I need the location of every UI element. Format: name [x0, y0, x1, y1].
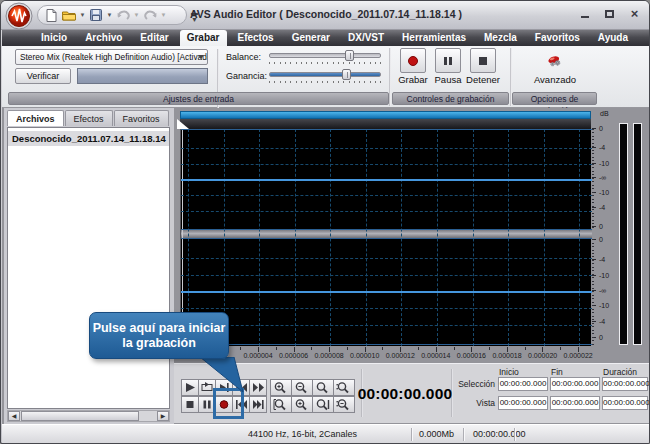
- waveform-hgridline: [181, 164, 592, 165]
- waveform-silence-line: [181, 179, 592, 181]
- db-label: -4: [599, 144, 605, 151]
- db-label: -∞: [599, 287, 606, 294]
- advanced-button[interactable]: [541, 48, 569, 73]
- window-title: AVS Audio Editor ( Desconocido_2011.07.1…: [1, 8, 650, 20]
- gain-slider-track[interactable]: [269, 72, 381, 77]
- zoom-cursor-button[interactable]: [312, 396, 334, 413]
- stop-icon: [478, 56, 488, 66]
- selection-field[interactable]: 00:00:00.000: [602, 377, 648, 391]
- verify-button[interactable]: Verificar: [15, 68, 71, 84]
- selection-row-label-vista: Vista: [447, 398, 495, 408]
- zoom-out-icon: [294, 381, 310, 394]
- selection-field[interactable]: 00:00:00.000: [550, 377, 600, 391]
- status-bar: 44100 Hz, 16-bit, 2Canales 0.000Mb 00:00…: [2, 424, 650, 444]
- menu-tab-generar[interactable]: Generar: [285, 30, 337, 46]
- group-divider: [389, 48, 391, 106]
- tooltip-callout: Pulse aquí para iniciar la grabación: [89, 312, 229, 359]
- selection-field[interactable]: 00:00:00.000: [602, 396, 648, 410]
- menu-tab-herramientas[interactable]: Herramientas: [395, 30, 473, 46]
- db-label: -10: [599, 302, 609, 309]
- file-list-item[interactable]: Desconocido_2011.07.14_11.18.14: [8, 131, 169, 146]
- time-label: 0.000006: [279, 352, 308, 359]
- menu-tab-mezcla[interactable]: Mezcla: [477, 30, 524, 46]
- menu-tab-inicio[interactable]: Inicio: [34, 30, 74, 46]
- waveform-hgridline: [181, 308, 592, 309]
- input-group-caption: Ajustes de entrada: [8, 92, 389, 105]
- zoom-selection-button[interactable]: [270, 396, 292, 413]
- maximize-button[interactable]: [601, 6, 618, 21]
- fast-forward-button[interactable]: [249, 379, 267, 396]
- file-list-scrollbar[interactable]: ◀ ▶: [7, 410, 170, 422]
- zoom-selection-icon: [273, 398, 289, 411]
- input-level-meter: [77, 68, 208, 84]
- go-end-button[interactable]: [249, 396, 267, 413]
- selection-header-duraci-n: Duración: [603, 367, 637, 377]
- stop-button[interactable]: [181, 396, 199, 413]
- zoom-in-button[interactable]: [270, 379, 292, 396]
- channel-divider: [181, 230, 592, 238]
- zoom-vertical-out-button[interactable]: [333, 396, 355, 413]
- menu-tab-editar[interactable]: Editar: [133, 30, 175, 46]
- channel-edge-line: [181, 229, 592, 230]
- input-device-select[interactable]: Stereo Mix (Realtek High Definition Audi…: [15, 49, 208, 65]
- zoom-custom-button[interactable]: [291, 396, 313, 413]
- time-label: 0.000010: [350, 352, 379, 359]
- scrollbar-thumb[interactable]: [21, 411, 139, 421]
- fast-forward-icon: [251, 381, 266, 394]
- waveform-display[interactable]: [180, 129, 591, 346]
- tooltip-tail: [194, 357, 248, 395]
- menu-tab-grabar[interactable]: Grabar: [180, 30, 227, 46]
- time-label: 0.000022: [563, 352, 592, 359]
- time-minor-tick: [240, 347, 241, 350]
- time-minor-tick: [311, 347, 312, 350]
- selection-field[interactable]: 00:00:00.000: [498, 377, 548, 391]
- waveform-scrollbar[interactable]: [180, 111, 591, 119]
- zoom-vertical-in-icon: [336, 381, 352, 394]
- time-label: 0.000016: [457, 352, 486, 359]
- options-group-caption: Opciones de grabación: [512, 92, 597, 105]
- balance-slider-track[interactable]: [269, 53, 381, 58]
- menu-tab-archivo[interactable]: Archivo: [78, 30, 129, 46]
- zoom-out-button[interactable]: [291, 379, 313, 396]
- selection-header-fin: Fin: [551, 367, 563, 377]
- files-panel: ArchivosEfectosFavoritos Desconocido_201…: [4, 108, 174, 424]
- time-display: 00:00:00.000: [357, 385, 453, 403]
- record-ribbon-button[interactable]: [400, 48, 426, 73]
- close-button[interactable]: ×: [626, 6, 643, 21]
- scroll-left-arrow-icon[interactable]: ◀: [8, 411, 20, 421]
- stop-ribbon-button[interactable]: [470, 48, 496, 73]
- panel-tab-archivos[interactable]: Archivos: [7, 110, 64, 126]
- zoom-in-icon: [273, 381, 289, 394]
- waveform-hgridline: [181, 195, 592, 196]
- pause-ribbon-button[interactable]: [435, 48, 461, 73]
- balance-slider-thumb[interactable]: [345, 50, 354, 61]
- gain-slider-thumb[interactable]: [342, 69, 351, 80]
- menu-tab-efectos[interactable]: Efectos: [231, 30, 281, 46]
- balance-slider-ticks: [269, 62, 381, 64]
- stop-button-label: Detener: [463, 74, 503, 85]
- time-minor-tick: [276, 347, 277, 350]
- panel-tab-efectos[interactable]: Efectos: [65, 110, 113, 126]
- time-minor-tick: [382, 347, 383, 350]
- menu-tab-ayuda[interactable]: Ayuda: [591, 30, 635, 46]
- zoom-vertical-in-button[interactable]: [333, 379, 355, 396]
- channel-edge-line: [181, 344, 592, 345]
- scroll-right-arrow-icon[interactable]: ▶: [157, 411, 169, 421]
- pause-button-label: Pausa: [430, 74, 466, 85]
- level-meter-right: [633, 123, 642, 345]
- selection-field[interactable]: 00:00:00.000: [498, 396, 548, 410]
- file-list[interactable]: Desconocido_2011.07.14_11.18.14: [7, 127, 170, 409]
- waveform-top-ruler[interactable]: [180, 119, 591, 129]
- zoom-cursor-icon: [315, 398, 331, 411]
- panel-tab-favoritos[interactable]: Favoritos: [114, 110, 169, 126]
- menu-tab-dx-vst[interactable]: DX/VST: [341, 30, 391, 46]
- menu-tab-favoritos[interactable]: Favoritos: [528, 30, 587, 46]
- minimize-button[interactable]: [576, 6, 593, 21]
- status-divider: [463, 428, 464, 441]
- playhead-marker-icon[interactable]: [177, 119, 189, 129]
- selection-field[interactable]: 00:00:00.000: [550, 396, 600, 410]
- gain-label: Ganancia:: [226, 71, 267, 81]
- app-window: ▼ ▼ ▼ ▼ ▬▼ AVS Audio Editor ( Desconocid…: [0, 0, 650, 444]
- zoom-restore-button[interactable]: [312, 379, 334, 396]
- balance-label: Balance:: [226, 52, 261, 62]
